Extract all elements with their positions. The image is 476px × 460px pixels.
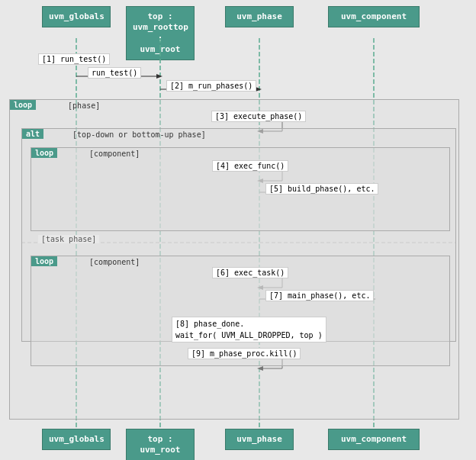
frame-loop-phase-keyword: loop bbox=[10, 100, 36, 110]
actor-uvm-component-top: uvm_component bbox=[328, 6, 420, 27]
msg-phase-proc-kill: [9] m_phase_proc.kill() bbox=[188, 348, 301, 359]
actor-uvm-phase-bottom: uvm_phase bbox=[225, 429, 294, 450]
frame-loop-phase-condition: [phase] bbox=[50, 101, 100, 110]
msg-exec-task: [6] exec_task() bbox=[212, 267, 288, 278]
actor-uvm-phase-top: uvm_phase bbox=[225, 6, 294, 27]
msg-execute-phase: [3] execute_phase() bbox=[211, 111, 306, 122]
frame-loop-component2-keyword: loop bbox=[31, 256, 57, 266]
msg-run-test: run_test() bbox=[88, 67, 141, 79]
actor-uvm-globals-bottom: uvm_globals bbox=[42, 429, 111, 450]
frame-alt-condition: [top-down or bottom-up phase] bbox=[54, 130, 206, 139]
msg-exec-func: [4] exec_func() bbox=[212, 160, 288, 172]
actor-uvm-globals-top: uvm_globals bbox=[42, 6, 111, 27]
svg-marker-5 bbox=[156, 74, 162, 79]
frame-loop-component1-keyword: loop bbox=[31, 148, 57, 158]
frame-loop-component2-condition: [component] bbox=[71, 258, 140, 266]
actor-top-uvm-root-bottom: top :uvm_root bbox=[126, 429, 195, 460]
msg-main-phase: [7] main_phase(), etc. bbox=[265, 290, 374, 301]
msg-m-run-phases: [2] m_run_phases() bbox=[166, 80, 256, 92]
frame-alt-keyword: alt bbox=[22, 129, 43, 139]
task-phase-label: [task phase] bbox=[38, 235, 99, 243]
msg-run-test-self: [1] run_test() bbox=[38, 53, 110, 65]
actor-top-uvm-root-top: top : uvm_roottop :uvm_root bbox=[126, 6, 195, 60]
actor-uvm-component-bottom: uvm_component bbox=[328, 429, 420, 450]
msg-phase-done: [8] phase_done.wait_for( UVM_ALL_DROPPED… bbox=[172, 317, 326, 343]
msg-build-phase: [5] build_phase(), etc. bbox=[265, 183, 378, 195]
frame-loop-component1-condition: [component] bbox=[71, 150, 140, 158]
sequence-diagram: uvm_globals top : uvm_roottop :uvm_root … bbox=[0, 0, 476, 460]
